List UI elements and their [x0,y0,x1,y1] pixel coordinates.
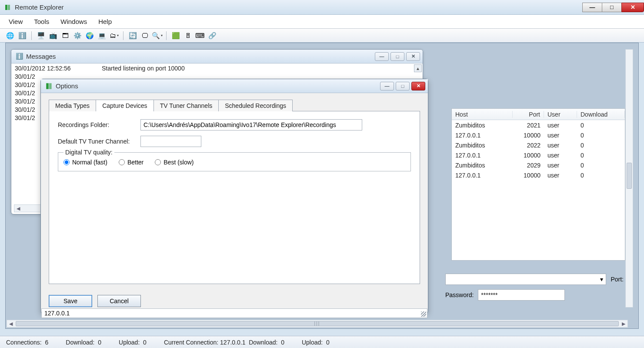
maximize-button[interactable]: □ [602,3,622,12]
minimize-button[interactable]: — [582,3,602,12]
messages-titlebar: ℹ️ Messages — □ ✕ [11,50,423,64]
messages-maximize-button[interactable]: □ [390,52,404,61]
status-download: Download: 0 [66,339,101,346]
window-controls: — □ ✕ [583,3,644,12]
quality-normal-radio[interactable]: Normal (fast) [63,159,107,166]
port-label: Port: [611,276,624,283]
status-connections: Connections: 6 [6,339,48,346]
workspace-hscrollbar[interactable]: ◀ ▶ [7,320,628,328]
connections-header: Host Port User Download [452,109,625,120]
table-row[interactable]: 127.0.0.110000user0 [452,130,625,140]
monitor-add-icon[interactable]: 📺 [48,31,58,40]
message-row: 30/01/2012 12:52:56Started listening on … [15,64,419,73]
chip-icon[interactable]: 🟩 [171,31,180,40]
messages-close-button[interactable]: ✕ [406,52,420,61]
tab-media-types[interactable]: Media Types [49,100,96,111]
network-icon[interactable]: 🌐 [5,31,15,40]
window-icon[interactable]: 🗔 [60,31,70,40]
scrollbar-thumb[interactable] [16,321,619,326]
table-row[interactable]: 127.0.0.110000user0 [452,170,625,180]
password-row: Password: [445,289,624,301]
quality-normal-label: Normal (fast) [72,159,107,166]
message-time: 30/01/2012 12:52:56 [15,64,84,73]
dropdown-icon[interactable]: 🗂 [109,31,119,40]
quality-best-label: Best (slow) [164,159,194,166]
resize-grip-icon[interactable] [421,311,426,317]
menu-windows[interactable]: Windows [60,18,87,25]
svg-rect-1 [8,5,10,10]
workspace: ℹ️ Messages — □ ✕ 30/01/2012 12:52:56Sta… [5,43,639,329]
globe-icon[interactable]: 🌍 [85,31,94,40]
search-icon[interactable]: 🔍 [152,31,162,40]
svg-rect-0 [5,5,7,10]
statusbar: Connections: 6 Download: 0 Upload: 0 Cur… [0,336,644,348]
table-row[interactable]: Zumbiditos2021user0 [452,120,625,130]
menu-help[interactable]: Help [98,18,112,25]
refresh-icon[interactable]: 🔄 [128,31,137,40]
connections-table: Host Port User Download Zumbiditos2021us… [451,108,625,261]
table-row[interactable]: 127.0.0.110000user0 [452,150,625,160]
quality-better-label: Better [127,159,143,166]
computer-icon[interactable]: 💻 [97,31,107,40]
info-icon[interactable]: ℹ️ [17,31,27,40]
scroll-right-icon[interactable]: ▶ [620,321,627,327]
quality-better-radio[interactable]: Better [119,159,143,166]
toolbar: 🌐 ℹ️ 🖥️ 📺 🗔 ⚙️ 🌍 💻 🗂 🔄 🖵 🔍 🟩 🎚 ⌨ 🔗 [0,29,644,43]
message-text: Started listening on port 10000 [102,64,185,73]
col-host[interactable]: Host [452,111,513,118]
col-download[interactable]: Download [577,111,625,118]
svg-rect-2 [46,83,49,89]
toolbar-separator [123,31,123,40]
options-title: Options [56,82,78,90]
host-select[interactable]: ▾ [445,274,606,285]
close-button[interactable]: ✕ [621,3,644,12]
workspace-vscrollbar[interactable] [625,49,633,308]
table-row[interactable]: Zumbiditos2022user0 [452,140,625,150]
options-dialog: Options — □ ✕ Media Types Capture Device… [40,79,428,314]
tab-tv-tuner-channels[interactable]: TV Tuner Channels [153,100,219,111]
port-row: ▾ Port: [445,274,624,285]
window-title: Remote Explorer [15,3,64,11]
menu-tools[interactable]: Tools [34,18,49,25]
quality-best-radio[interactable]: Best (slow) [155,159,194,166]
password-label: Password: [445,291,474,298]
status-upload: Upload: 0 [119,339,147,346]
default-channel-input[interactable] [140,136,201,147]
recordings-folder-input[interactable] [140,119,362,130]
recordings-folder-label: Recordings Folder: [58,121,140,128]
ip-footer: 127.0.0.1 [41,308,427,318]
tab-capture-devices[interactable]: Capture Devices [96,100,154,111]
tune-icon[interactable]: 🎚 [183,31,193,40]
terminal-icon[interactable]: ⌨ [195,31,205,40]
messages-minimize-button[interactable]: — [375,52,389,61]
options-minimize-button[interactable]: — [380,82,394,90]
password-input[interactable] [478,289,565,301]
quality-legend: Digital TV quality: [63,149,114,156]
tab-scheduled-recordings[interactable]: Scheduled Recordings [218,100,293,111]
options-close-button[interactable]: ✕ [411,82,425,90]
scroll-up-button[interactable]: ▲ [414,64,422,72]
monitor-icon[interactable]: 🖥️ [36,31,46,40]
scroll-left-icon[interactable]: ◀ [7,321,15,327]
default-channel-label: Default TV Tuner Channel: [58,138,140,145]
col-user[interactable]: User [544,111,577,118]
table-row[interactable]: Zumbiditos2029user0 [452,160,625,170]
options-maximize-button[interactable]: □ [396,82,410,90]
scrollbar-thumb[interactable] [627,163,632,189]
display-icon[interactable]: 🖵 [140,31,150,40]
gear-icon[interactable]: ⚙️ [73,31,82,40]
options-titlebar[interactable]: Options — □ ✕ [41,79,428,93]
save-button[interactable]: Save [49,295,92,307]
status-current-connection: Current Connection: 127.0.0.1 Download: … [164,339,284,346]
link-icon[interactable]: 🔗 [207,31,217,40]
menubar: View Tools Windows Help [0,15,644,29]
toolbar-separator [166,31,167,40]
messages-title: Messages [26,53,56,60]
chevron-down-icon: ▾ [600,276,603,283]
col-port[interactable]: Port [513,111,544,118]
options-tabstrip: Media Types Capture Devices TV Tuner Cha… [49,100,420,111]
info-icon: ℹ️ [16,53,23,60]
cancel-button[interactable]: Cancel [97,295,141,307]
menu-view[interactable]: View [9,18,23,25]
ip-footer-text: 127.0.0.1 [44,310,70,317]
